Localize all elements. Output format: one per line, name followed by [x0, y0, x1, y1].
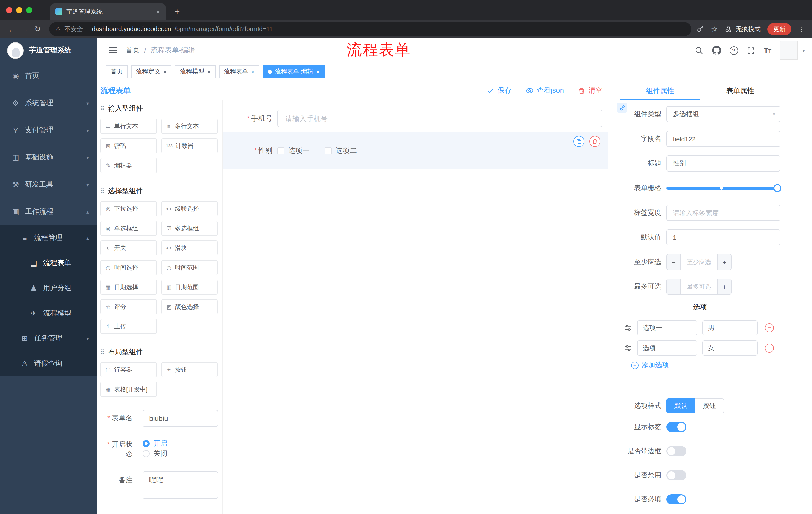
browser-tab[interactable]: 芋道管理系统 ×: [50, 3, 166, 20]
help-icon[interactable]: [729, 46, 738, 55]
gender-checkbox-option1[interactable]: 选项一: [278, 146, 310, 155]
option-label-input[interactable]: [637, 320, 697, 335]
drag-handle-icon[interactable]: [624, 324, 632, 332]
remove-option-button[interactable]: [765, 323, 774, 332]
chrome-update-button[interactable]: 更新: [767, 23, 791, 35]
sidebar-item-process-form[interactable]: ▤ 流程表单: [0, 250, 97, 276]
option-label-input[interactable]: [637, 341, 697, 356]
palette-item-radio-group[interactable]: ◉单选框组: [100, 221, 157, 236]
form-name-input[interactable]: [143, 410, 218, 427]
sidebar-item-process-management[interactable]: ≡ 流程管理: [0, 225, 97, 250]
style-button-button[interactable]: 按钮: [695, 398, 724, 413]
sidebar-item-task-management[interactable]: ⊞ 任务管理: [0, 326, 97, 351]
sidebar-item-devtools[interactable]: ⚒ 研发工具: [0, 171, 97, 198]
min-select-value[interactable]: 至少应选: [681, 254, 717, 270]
increase-button[interactable]: +: [717, 254, 731, 270]
back-button[interactable]: ←: [5, 25, 18, 33]
slider-track[interactable]: [666, 187, 780, 190]
delete-component-button[interactable]: [589, 136, 601, 147]
add-option-button[interactable]: 添加选项: [631, 360, 780, 370]
component-type-select[interactable]: 多选框组: [666, 106, 780, 122]
forward-button[interactable]: →: [18, 25, 31, 33]
clear-button[interactable]: 清空: [578, 86, 603, 95]
palette-item-switch[interactable]: ◐开关: [100, 240, 157, 255]
required-switch[interactable]: [666, 494, 686, 505]
palette-item-color-picker[interactable]: ◩颜色选择: [161, 299, 218, 314]
bookmark-star-icon[interactable]: ☆: [711, 25, 718, 34]
view-json-button[interactable]: 查看json: [526, 86, 564, 95]
label-width-input[interactable]: [666, 205, 780, 221]
palette-item-multi-line-text[interactable]: ≡多行文本: [161, 119, 218, 134]
collapse-sidebar-icon[interactable]: [109, 47, 117, 53]
tag-close-icon[interactable]: [316, 69, 320, 75]
tag-close-icon[interactable]: [163, 69, 167, 75]
github-icon[interactable]: [712, 46, 721, 55]
palette-item-select[interactable]: ◎下拉选择: [100, 201, 157, 216]
palette-item-rate[interactable]: ☆评分: [100, 299, 157, 314]
field-name-input[interactable]: [666, 131, 780, 147]
palette-item-checkbox-group[interactable]: ☑多选框组: [161, 221, 218, 236]
increase-button[interactable]: +: [717, 279, 731, 294]
tag-close-icon[interactable]: [251, 69, 255, 75]
palette-item-table[interactable]: ▦表格[开发中]: [100, 382, 157, 397]
sidebar-item-process-model[interactable]: ✈ 流程模型: [0, 301, 97, 326]
copy-component-button[interactable]: [573, 136, 584, 147]
maximize-window-button[interactable]: [26, 7, 32, 13]
sidebar-item-home[interactable]: ◉ 首页: [0, 62, 97, 89]
sidebar-item-user-group[interactable]: ♟ 用户分组: [0, 276, 97, 301]
option-value-input[interactable]: [702, 341, 758, 356]
fullscreen-icon[interactable]: [747, 46, 755, 55]
password-key-icon[interactable]: [696, 25, 704, 33]
palette-item-counter[interactable]: 123计数器: [161, 138, 218, 154]
default-value-input[interactable]: [666, 229, 780, 245]
gender-checkbox-option2[interactable]: 选项二: [325, 146, 357, 155]
sidebar-item-infrastructure[interactable]: ◫ 基础设施: [0, 144, 97, 171]
font-size-icon[interactable]: [763, 46, 771, 55]
new-tab-button[interactable]: ＋: [173, 5, 181, 17]
palette-item-single-line-text[interactable]: ▭单行文本: [100, 119, 157, 134]
remove-option-button[interactable]: [765, 344, 774, 353]
sidebar-item-payment[interactable]: ¥ 支付管理: [0, 117, 97, 144]
close-window-button[interactable]: [6, 7, 12, 13]
link-field-button[interactable]: [617, 103, 627, 113]
tag-home[interactable]: 首页: [106, 65, 127, 78]
tag-process-model[interactable]: 流程模型: [175, 65, 215, 78]
decrease-button[interactable]: −: [667, 279, 681, 294]
option-value-input[interactable]: [702, 320, 758, 335]
minimize-window-button[interactable]: [16, 7, 22, 13]
show-label-switch[interactable]: [666, 422, 686, 432]
style-default-button[interactable]: 默认: [666, 398, 695, 413]
reload-button[interactable]: ↻: [31, 25, 44, 34]
breadcrumb-home[interactable]: 首页: [126, 46, 140, 55]
decrease-button[interactable]: −: [667, 254, 681, 270]
slider-handle[interactable]: [773, 184, 781, 192]
tab-close-icon[interactable]: ×: [155, 8, 161, 15]
avatar-dropdown-icon[interactable]: ▾: [803, 48, 805, 53]
user-avatar[interactable]: [780, 41, 798, 60]
palette-item-password[interactable]: ⊠密码: [100, 138, 157, 154]
status-radio-on[interactable]: 开启: [143, 439, 167, 448]
palette-item-time-range[interactable]: ◴时间范围: [161, 260, 218, 275]
tab-form-props[interactable]: 表单属性: [700, 81, 780, 100]
tag-close-icon[interactable]: [207, 69, 210, 75]
tag-process-form[interactable]: 流程表单: [219, 65, 260, 78]
palette-item-date-picker[interactable]: ▦日期选择: [100, 280, 157, 295]
status-radio-off[interactable]: 关闭: [143, 449, 167, 458]
palette-item-time-picker[interactable]: ◷时间选择: [100, 260, 157, 275]
gender-field-block-selected[interactable]: 性别 选项一 选项二: [223, 132, 609, 169]
disabled-switch[interactable]: [666, 470, 686, 480]
grid-slider[interactable]: [666, 180, 780, 196]
search-icon[interactable]: [695, 46, 703, 55]
tag-process-form-edit[interactable]: 流程表单-编辑: [263, 65, 325, 78]
border-switch[interactable]: [666, 446, 686, 456]
palette-item-editor[interactable]: ✎编辑器: [100, 158, 157, 173]
max-select-value[interactable]: 最多可选: [681, 279, 717, 294]
title-input[interactable]: [666, 155, 780, 171]
drag-handle-icon[interactable]: [624, 344, 632, 352]
save-button[interactable]: 保存: [487, 86, 512, 95]
browser-menu-icon[interactable]: ⋮: [798, 25, 805, 33]
form-remark-textarea[interactable]: 嘿嘿: [143, 471, 218, 499]
palette-item-upload[interactable]: ↥上传: [100, 319, 157, 334]
sidebar-item-system[interactable]: ⚙ 系统管理: [0, 89, 97, 117]
sidebar-item-workflow[interactable]: ▣ 工作流程: [0, 198, 97, 225]
